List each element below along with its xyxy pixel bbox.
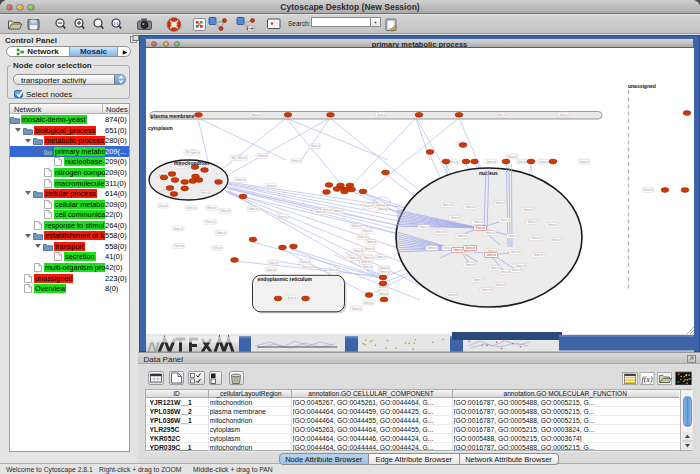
svg-text:Gene-id: Gene-id [551,238,561,242]
svg-text:Gene-id: Gene-id [357,235,367,239]
svg-text:Gene-id: Gene-id [328,268,338,272]
svg-text:Gene-id: Gene-id [450,216,460,220]
svg-text:Gene-id: Gene-id [495,283,505,287]
svg-text:Gene-id: Gene-id [481,288,491,292]
svg-text:Gene-id: Gene-id [442,203,452,207]
svg-text:plasma membrane: plasma membrane [151,113,195,119]
svg-text:Gene-id: Gene-id [349,256,359,260]
svg-text:Gene-id: Gene-id [361,260,371,264]
svg-text:Gene-id: Gene-id [173,227,183,231]
svg-text:Gene-id: Gene-id [287,296,297,300]
svg-text:Gene-id: Gene-id [579,160,589,164]
svg-text:Gene-id: Gene-id [266,184,276,188]
svg-text:Gene-id: Gene-id [500,270,510,274]
svg-text:Gene-id: Gene-id [475,226,485,230]
svg-text:Gene-id: Gene-id [507,155,517,159]
svg-text:Gene-id: Gene-id [278,215,288,219]
svg-text:Gene-id: Gene-id [447,293,457,297]
svg-text:Gene-id: Gene-id [643,188,653,192]
svg-text:Gene-id: Gene-id [220,209,230,213]
svg-text:Gene-id: Gene-id [378,292,388,296]
svg-text:Gene-id: Gene-id [473,278,483,282]
svg-text:Gene-id: Gene-id [333,209,343,213]
svg-text:Gene-id: Gene-id [473,220,483,224]
svg-text:Gene-id: Gene-id [377,113,387,117]
svg-text:Gene-id: Gene-id [533,253,543,257]
svg-text:Gene-id: Gene-id [517,160,527,164]
svg-text:Gene-id: Gene-id [352,307,362,311]
svg-text:Gene-id: Gene-id [200,191,210,195]
svg-text:Gene-id: Gene-id [248,207,258,211]
svg-text:Gene-id: Gene-id [266,268,276,272]
svg-text:Gene-id: Gene-id [268,261,278,265]
svg-text:Gene-id: Gene-id [237,156,247,160]
svg-text:Gene-id: Gene-id [559,113,569,117]
svg-text:mitochondrion: mitochondrion [174,160,209,166]
svg-text:Gene-id: Gene-id [291,159,301,163]
svg-text:Gene-id: Gene-id [300,260,310,264]
svg-text:cytoplasm: cytoplasm [148,125,173,131]
svg-text:Gene-id: Gene-id [500,218,510,222]
svg-text:Gene-id: Gene-id [257,154,267,158]
svg-text:Gene-id: Gene-id [419,225,429,229]
svg-text:Gene-id: Gene-id [353,249,363,253]
svg-text:Gene-id: Gene-id [547,223,557,227]
svg-text:Gene-id: Gene-id [251,113,261,117]
svg-text:Gene-id: Gene-id [174,244,184,248]
svg-text:Gene-id: Gene-id [235,178,245,182]
svg-text:f(x): f(x) [641,375,652,384]
svg-text:Gene-id: Gene-id [186,206,196,210]
svg-text:Gene-id: Gene-id [310,144,320,148]
svg-text:Gene-id: Gene-id [490,266,500,270]
svg-text:Gene-id: Gene-id [205,220,215,224]
svg-text:Gene-id: Gene-id [486,253,496,257]
svg-text:unassigned: unassigned [628,83,656,89]
svg-text:Gene-id: Gene-id [453,248,463,252]
svg-text:Gene-id: Gene-id [190,151,200,155]
svg-text:Gene-id: Gene-id [362,265,372,269]
svg-text:Gene-id: Gene-id [463,250,473,254]
svg-text:Gene-id: Gene-id [496,113,506,117]
svg-text:Gene-id: Gene-id [363,256,373,260]
svg-text:Gene-id: Gene-id [216,231,226,235]
svg-text:Gene-id: Gene-id [495,201,505,205]
svg-text:Gene-id: Gene-id [376,255,386,259]
svg-text:Gene-id: Gene-id [523,208,533,212]
svg-text:Gene-id: Gene-id [527,220,537,224]
svg-text:Gene-id: Gene-id [364,247,374,251]
svg-text:Gene-id: Gene-id [427,246,437,250]
svg-text:Gene-id: Gene-id [351,224,361,228]
svg-text:Gene-id: Gene-id [362,229,372,233]
svg-text:1:1: 1:1 [113,21,119,26]
svg-text:Gene-id: Gene-id [539,160,549,164]
svg-text:Gene-id: Gene-id [158,204,168,208]
svg-text:Gene-id: Gene-id [465,205,475,209]
svg-text:Gene-id: Gene-id [377,207,387,211]
svg-text:Gene-id: Gene-id [212,246,222,250]
svg-text:Gene-id: Gene-id [508,234,518,238]
svg-text:Gene-id: Gene-id [207,206,217,210]
svg-text:Gene-id: Gene-id [301,265,311,269]
svg-text:Gene-id: Gene-id [510,250,520,254]
svg-text:Gene-id: Gene-id [486,160,496,164]
svg-text:endoplasmic reticulum: endoplasmic reticulum [258,276,313,282]
svg-text:Gene-id: Gene-id [465,263,475,267]
svg-text:Gene-id: Gene-id [531,236,541,240]
svg-text:Gene-id: Gene-id [363,204,373,208]
svg-text:Gene-id: Gene-id [379,270,389,274]
svg-text:Gene-id: Gene-id [315,210,325,214]
svg-text:Gene-id: Gene-id [457,234,467,238]
svg-text:Gene-id: Gene-id [511,268,521,272]
svg-text:Gene-id: Gene-id [366,240,376,244]
svg-text:Gene-id: Gene-id [485,231,495,235]
svg-text:Gene-id: Gene-id [363,301,373,305]
svg-text:Gene-id: Gene-id [465,246,475,250]
svg-text:Gene-id: Gene-id [435,230,445,234]
